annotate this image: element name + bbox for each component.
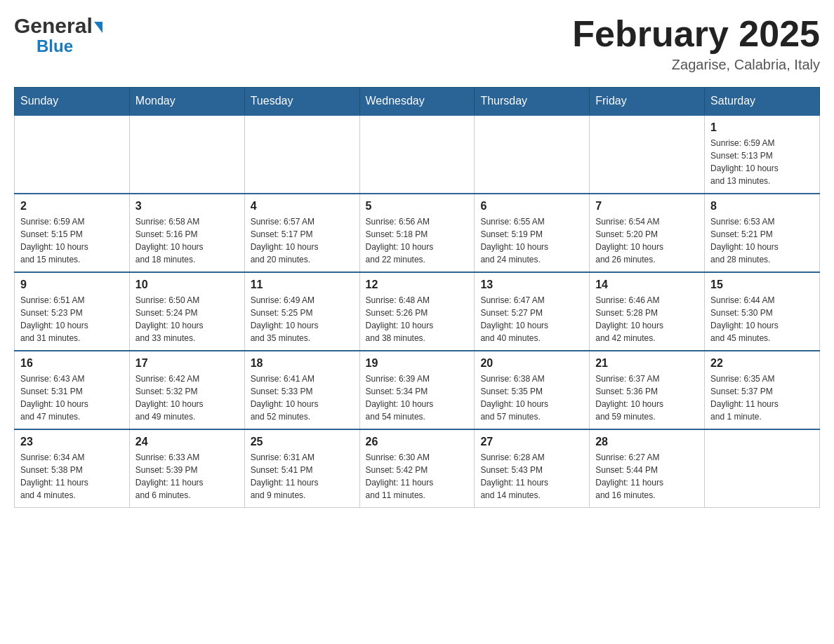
day-number: 26 <box>366 436 469 448</box>
day-number: 12 <box>366 279 469 291</box>
table-row: 18Sunrise: 6:41 AM Sunset: 5:33 PM Dayli… <box>244 351 359 429</box>
calendar-header-row: Sunday Monday Tuesday Wednesday Thursday… <box>15 88 820 116</box>
table-row: 9Sunrise: 6:51 AM Sunset: 5:23 PM Daylig… <box>15 272 130 351</box>
table-row: 22Sunrise: 6:35 AM Sunset: 5:37 PM Dayli… <box>705 351 820 429</box>
day-number: 13 <box>480 279 583 291</box>
day-info: Sunrise: 6:44 AM Sunset: 5:30 PM Dayligh… <box>710 294 814 344</box>
col-monday: Monday <box>129 88 244 116</box>
calendar-table: Sunday Monday Tuesday Wednesday Thursday… <box>14 87 820 508</box>
table-row: 23Sunrise: 6:34 AM Sunset: 5:38 PM Dayli… <box>15 429 130 508</box>
day-info: Sunrise: 6:47 AM Sunset: 5:27 PM Dayligh… <box>480 294 583 344</box>
day-info: Sunrise: 6:33 AM Sunset: 5:39 PM Dayligh… <box>135 451 239 502</box>
day-info: Sunrise: 6:34 AM Sunset: 5:38 PM Dayligh… <box>20 451 124 502</box>
col-thursday: Thursday <box>475 88 590 116</box>
day-number: 21 <box>595 357 699 370</box>
table-row: 8Sunrise: 6:53 AM Sunset: 5:21 PM Daylig… <box>705 194 820 272</box>
day-number: 28 <box>595 436 699 448</box>
day-info: Sunrise: 6:58 AM Sunset: 5:16 PM Dayligh… <box>135 215 239 266</box>
table-row: 13Sunrise: 6:47 AM Sunset: 5:27 PM Dayli… <box>475 272 590 351</box>
table-row: 21Sunrise: 6:37 AM Sunset: 5:36 PM Dayli… <box>590 351 705 429</box>
day-info: Sunrise: 6:56 AM Sunset: 5:18 PM Dayligh… <box>366 215 469 266</box>
day-number: 14 <box>595 279 699 291</box>
col-saturday: Saturday <box>705 88 820 116</box>
table-row: 6Sunrise: 6:55 AM Sunset: 5:19 PM Daylig… <box>475 194 590 272</box>
table-row: 12Sunrise: 6:48 AM Sunset: 5:26 PM Dayli… <box>359 272 475 351</box>
logo-general-text: General <box>14 14 93 38</box>
calendar-week-row: 1Sunrise: 6:59 AM Sunset: 5:13 PM Daylig… <box>15 115 820 194</box>
day-number: 3 <box>135 200 239 213</box>
day-number: 15 <box>710 279 814 291</box>
table-row: 20Sunrise: 6:38 AM Sunset: 5:35 PM Dayli… <box>475 351 590 429</box>
table-row: 14Sunrise: 6:46 AM Sunset: 5:28 PM Dayli… <box>590 272 705 351</box>
logo: General Blue <box>14 14 102 56</box>
day-number: 9 <box>20 279 124 291</box>
day-number: 2 <box>20 200 124 213</box>
col-tuesday: Tuesday <box>244 88 359 116</box>
day-number: 27 <box>480 436 583 448</box>
location-subtitle: Zagarise, Calabria, Italy <box>572 57 820 73</box>
day-info: Sunrise: 6:30 AM Sunset: 5:42 PM Dayligh… <box>366 451 469 502</box>
day-number: 10 <box>135 279 239 291</box>
logo-text: General <box>14 14 102 38</box>
day-number: 4 <box>251 200 354 213</box>
day-info: Sunrise: 6:42 AM Sunset: 5:32 PM Dayligh… <box>135 373 239 423</box>
col-sunday: Sunday <box>15 88 130 116</box>
day-info: Sunrise: 6:38 AM Sunset: 5:35 PM Dayligh… <box>480 373 583 423</box>
table-row <box>475 115 590 194</box>
day-info: Sunrise: 6:46 AM Sunset: 5:28 PM Dayligh… <box>595 294 699 344</box>
col-wednesday: Wednesday <box>359 88 475 116</box>
day-info: Sunrise: 6:41 AM Sunset: 5:33 PM Dayligh… <box>251 373 354 423</box>
day-number: 20 <box>480 357 583 370</box>
table-row: 5Sunrise: 6:56 AM Sunset: 5:18 PM Daylig… <box>359 194 475 272</box>
day-info: Sunrise: 6:48 AM Sunset: 5:26 PM Dayligh… <box>366 294 469 344</box>
calendar-week-row: 2Sunrise: 6:59 AM Sunset: 5:15 PM Daylig… <box>15 194 820 272</box>
table-row <box>590 115 705 194</box>
table-row <box>705 429 820 508</box>
day-info: Sunrise: 6:31 AM Sunset: 5:41 PM Dayligh… <box>251 451 354 502</box>
table-row: 17Sunrise: 6:42 AM Sunset: 5:32 PM Dayli… <box>129 351 244 429</box>
table-row: 3Sunrise: 6:58 AM Sunset: 5:16 PM Daylig… <box>129 194 244 272</box>
title-block: February 2025 Zagarise, Calabria, Italy <box>572 14 820 73</box>
table-row: 19Sunrise: 6:39 AM Sunset: 5:34 PM Dayli… <box>359 351 475 429</box>
day-info: Sunrise: 6:50 AM Sunset: 5:24 PM Dayligh… <box>135 294 239 344</box>
calendar-week-row: 23Sunrise: 6:34 AM Sunset: 5:38 PM Dayli… <box>15 429 820 508</box>
table-row <box>244 115 359 194</box>
day-number: 17 <box>135 357 239 370</box>
day-info: Sunrise: 6:35 AM Sunset: 5:37 PM Dayligh… <box>710 373 814 423</box>
table-row <box>359 115 475 194</box>
day-info: Sunrise: 6:57 AM Sunset: 5:17 PM Dayligh… <box>251 215 354 266</box>
day-number: 1 <box>710 121 814 134</box>
table-row: 1Sunrise: 6:59 AM Sunset: 5:13 PM Daylig… <box>705 115 820 194</box>
calendar-week-row: 16Sunrise: 6:43 AM Sunset: 5:31 PM Dayli… <box>15 351 820 429</box>
day-info: Sunrise: 6:53 AM Sunset: 5:21 PM Dayligh… <box>710 215 814 266</box>
day-number: 8 <box>710 200 814 213</box>
day-number: 19 <box>366 357 469 370</box>
day-info: Sunrise: 6:39 AM Sunset: 5:34 PM Dayligh… <box>366 373 469 423</box>
day-info: Sunrise: 6:59 AM Sunset: 5:13 PM Dayligh… <box>710 137 814 187</box>
day-number: 6 <box>480 200 583 213</box>
day-info: Sunrise: 6:27 AM Sunset: 5:44 PM Dayligh… <box>595 451 699 502</box>
table-row: 25Sunrise: 6:31 AM Sunset: 5:41 PM Dayli… <box>244 429 359 508</box>
table-row: 2Sunrise: 6:59 AM Sunset: 5:15 PM Daylig… <box>15 194 130 272</box>
table-row: 10Sunrise: 6:50 AM Sunset: 5:24 PM Dayli… <box>129 272 244 351</box>
day-number: 24 <box>135 436 239 448</box>
table-row: 27Sunrise: 6:28 AM Sunset: 5:43 PM Dayli… <box>475 429 590 508</box>
page-header: General Blue February 2025 Zagarise, Cal… <box>14 14 820 73</box>
day-number: 22 <box>710 357 814 370</box>
table-row: 24Sunrise: 6:33 AM Sunset: 5:39 PM Dayli… <box>129 429 244 508</box>
day-number: 23 <box>20 436 124 448</box>
day-info: Sunrise: 6:49 AM Sunset: 5:25 PM Dayligh… <box>251 294 354 344</box>
day-info: Sunrise: 6:54 AM Sunset: 5:20 PM Dayligh… <box>595 215 699 266</box>
day-info: Sunrise: 6:43 AM Sunset: 5:31 PM Dayligh… <box>20 373 124 423</box>
day-number: 25 <box>251 436 354 448</box>
day-info: Sunrise: 6:55 AM Sunset: 5:19 PM Dayligh… <box>480 215 583 266</box>
logo-blue-text: Blue <box>37 36 73 56</box>
day-info: Sunrise: 6:28 AM Sunset: 5:43 PM Dayligh… <box>480 451 583 502</box>
table-row: 4Sunrise: 6:57 AM Sunset: 5:17 PM Daylig… <box>244 194 359 272</box>
day-number: 7 <box>595 200 699 213</box>
day-info: Sunrise: 6:59 AM Sunset: 5:15 PM Dayligh… <box>20 215 124 266</box>
table-row: 15Sunrise: 6:44 AM Sunset: 5:30 PM Dayli… <box>705 272 820 351</box>
day-info: Sunrise: 6:51 AM Sunset: 5:23 PM Dayligh… <box>20 294 124 344</box>
table-row: 7Sunrise: 6:54 AM Sunset: 5:20 PM Daylig… <box>590 194 705 272</box>
day-number: 16 <box>20 357 124 370</box>
